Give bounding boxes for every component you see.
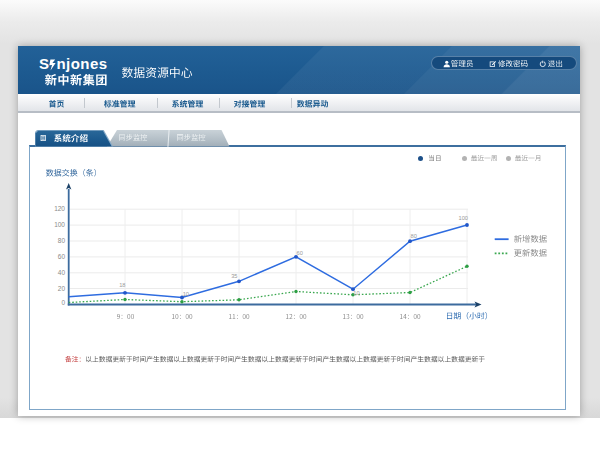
- svg-text:18: 18: [119, 282, 125, 288]
- svg-text:60: 60: [297, 249, 303, 255]
- svg-text:10: 10: [353, 290, 359, 296]
- svg-text:80: 80: [411, 232, 417, 238]
- svg-text:20: 20: [58, 284, 66, 291]
- svg-text:60: 60: [58, 253, 66, 260]
- svg-text:100: 100: [459, 215, 469, 221]
- svg-text:120: 120: [54, 205, 65, 212]
- svg-text:40: 40: [58, 269, 66, 276]
- svg-text:100: 100: [54, 221, 65, 228]
- svg-text:0: 0: [61, 298, 65, 305]
- svg-text:80: 80: [58, 237, 66, 244]
- svg-text:35: 35: [231, 273, 237, 279]
- svg-text:10: 10: [183, 291, 189, 297]
